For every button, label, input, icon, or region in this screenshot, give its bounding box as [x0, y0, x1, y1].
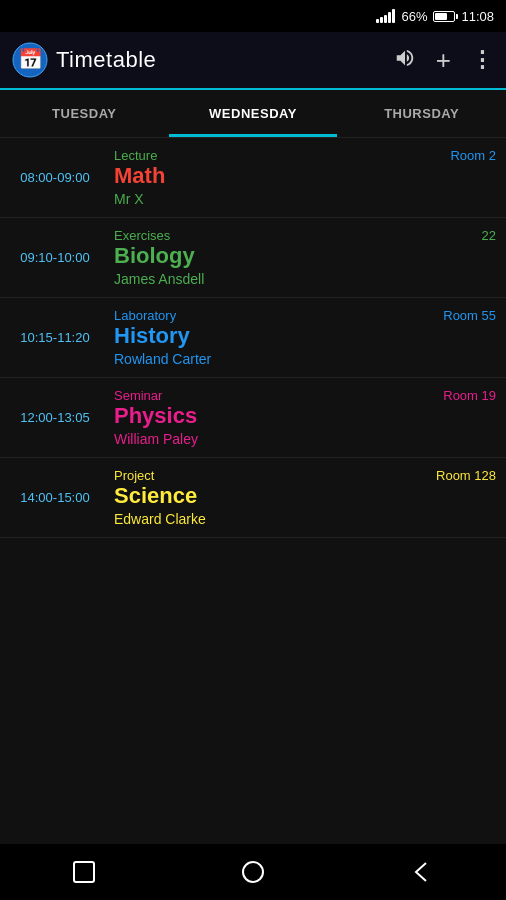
time-slot: 08:00-09:00 — [0, 138, 110, 217]
event-details: Seminar Room 19 Physics William Paley — [110, 378, 506, 457]
teacher-name: James Ansdell — [114, 271, 496, 287]
room-badge: Room 19 — [443, 388, 496, 403]
event-name: Science — [114, 484, 496, 508]
header-icons: + ⋮ — [394, 45, 494, 76]
teacher-name: Edward Clarke — [114, 511, 496, 527]
more-icon[interactable]: ⋮ — [471, 47, 494, 73]
event-name: History — [114, 324, 496, 348]
event-name: Physics — [114, 404, 496, 428]
room-badge: Room 55 — [443, 308, 496, 323]
schedule-list: 08:00-09:00 Lecture Room 2 Math Mr X 09:… — [0, 138, 506, 844]
table-row: 09:10-10:00 Exercises 22 Biology James A… — [0, 218, 506, 298]
teacher-name: Rowland Carter — [114, 351, 496, 367]
battery-icon — [433, 11, 455, 22]
tab-wednesday[interactable]: WEDNESDAY — [169, 90, 338, 137]
event-details: Exercises 22 Biology James Ansdell — [110, 218, 506, 297]
event-details: Project Room 128 Science Edward Clarke — [110, 458, 506, 537]
tab-tuesday[interactable]: TUESDAY — [0, 90, 169, 137]
table-row: 14:00-15:00 Project Room 128 Science Edw… — [0, 458, 506, 538]
table-row: 12:00-13:05 Seminar Room 19 Physics Will… — [0, 378, 506, 458]
teacher-name: William Paley — [114, 431, 496, 447]
nav-home-button[interactable] — [235, 854, 271, 890]
event-name: Biology — [114, 244, 496, 268]
svg-point-3 — [243, 862, 263, 882]
app-header: 📅 Timetable + ⋮ — [0, 32, 506, 90]
time-slot: 09:10-10:00 — [0, 218, 110, 297]
clock: 11:08 — [461, 9, 494, 24]
sound-icon[interactable] — [394, 47, 416, 74]
tab-thursday[interactable]: THURSDAY — [337, 90, 506, 137]
time-slot: 10:15-11:20 — [0, 298, 110, 377]
room-badge: 22 — [482, 228, 496, 243]
event-type-label: Project — [114, 468, 154, 483]
event-details: Lecture Room 2 Math Mr X — [110, 138, 506, 217]
event-details: Laboratory Room 55 History Rowland Carte… — [110, 298, 506, 377]
event-type-label: Exercises — [114, 228, 170, 243]
room-badge: Room 128 — [436, 468, 496, 483]
nav-back-button[interactable] — [404, 854, 440, 890]
time-slot: 12:00-13:05 — [0, 378, 110, 457]
room-badge: Room 2 — [450, 148, 496, 163]
add-icon[interactable]: + — [436, 45, 451, 76]
signal-icon — [376, 9, 395, 23]
status-bar: 66% 11:08 — [0, 0, 506, 32]
event-type-label: Laboratory — [114, 308, 176, 323]
day-tabs: TUESDAY WEDNESDAY THURSDAY — [0, 90, 506, 138]
app-title: Timetable — [56, 47, 386, 73]
svg-text:📅: 📅 — [18, 47, 43, 71]
table-row: 10:15-11:20 Laboratory Room 55 History R… — [0, 298, 506, 378]
time-slot: 14:00-15:00 — [0, 458, 110, 537]
battery-percentage: 66% — [401, 9, 427, 24]
app-logo-icon: 📅 — [12, 42, 48, 78]
table-row: 08:00-09:00 Lecture Room 2 Math Mr X — [0, 138, 506, 218]
event-type-label: Seminar — [114, 388, 162, 403]
svg-rect-2 — [74, 862, 94, 882]
event-type-label: Lecture — [114, 148, 157, 163]
teacher-name: Mr X — [114, 191, 496, 207]
nav-recents-button[interactable] — [66, 854, 102, 890]
event-name: Math — [114, 164, 496, 188]
bottom-nav — [0, 844, 506, 900]
